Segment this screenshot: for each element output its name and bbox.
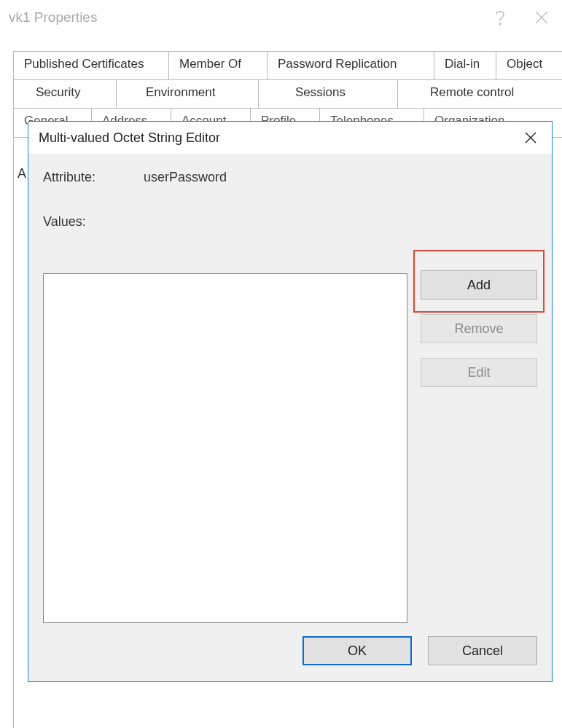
tab-remote-control[interactable]: Remote control [397,79,562,109]
svg-point-0 [499,23,501,25]
attribute-value: userPassword [144,170,227,185]
properties-titlebar: vk1 Properties [0,0,562,35]
remove-button: Remove [421,314,537,343]
tab-environment[interactable]: Environment [116,79,259,109]
titlebar-controls [480,0,562,35]
editor-close-icon[interactable] [510,122,552,154]
tab-sessions[interactable]: Sessions [258,79,398,109]
help-icon[interactable] [480,3,521,32]
values-listbox[interactable] [43,273,407,623]
tab-security[interactable]: Security [13,79,117,109]
editor-titlebar: Multi-valued Octet String Editor [28,122,552,154]
close-icon[interactable] [521,3,562,32]
tab-password-replication[interactable]: Password Replication [267,51,434,80]
tab-row-1: Published Certificates Member Of Passwor… [13,51,562,80]
edit-button: Edit [421,358,537,387]
attribute-label: Attribute: [43,170,144,185]
attribute-row: Attribute: userPassword [43,170,537,185]
editor-side-buttons: Add Remove Edit [421,270,537,387]
cancel-button[interactable]: Cancel [428,636,537,665]
tab-published-certificates[interactable]: Published Certificates [13,51,169,80]
properties-title: vk1 Properties [9,9,97,26]
values-label: Values: [43,214,537,230]
tab-member-of[interactable]: Member Of [168,51,268,80]
editor-title: Multi-valued Octet String Editor [39,130,220,146]
partial-label: A [17,166,26,181]
tab-object[interactable]: Object [496,51,562,80]
octet-editor-dialog: Multi-valued Octet String Editor Attribu… [28,121,553,682]
ok-button[interactable]: OK [303,636,412,665]
tab-dial-in[interactable]: Dial-in [434,51,496,80]
editor-body: Attribute: userPassword Values: Add Remo… [28,154,552,681]
add-button[interactable]: Add [421,270,537,300]
editor-footer-buttons: OK Cancel [303,636,537,665]
tab-row-2: Security Environment Sessions Remote con… [13,79,562,109]
